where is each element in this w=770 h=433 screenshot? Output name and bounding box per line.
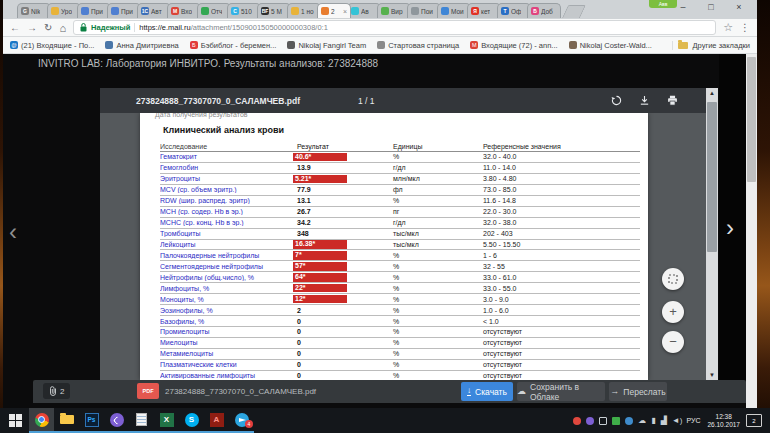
download-icon[interactable] (639, 95, 650, 106)
rotate-icon[interactable] (611, 95, 622, 106)
close-button[interactable]: × (725, 0, 753, 15)
print-icon[interactable] (667, 95, 678, 106)
browser-tab[interactable]: Уро (47, 3, 81, 18)
table-row: Гематокрит40.6*%32.0 - 40.0 (160, 152, 640, 163)
test-units: млн/мкл (393, 175, 483, 182)
taskbar-notepad[interactable] (129, 408, 154, 433)
browser-tab[interactable]: C510 (227, 3, 261, 18)
result-flag: 5.21* (293, 175, 347, 184)
test-name: Моноциты, % (160, 296, 297, 303)
browser-tab[interactable]: Мои (437, 3, 471, 18)
browser-tab[interactable]: TОф (497, 3, 531, 18)
display-icon[interactable] (599, 417, 607, 425)
browser-tab[interactable]: Ав (347, 3, 381, 18)
prev-attachment-chevron[interactable]: ‹ (9, 220, 17, 244)
taskbar-viber[interactable] (104, 408, 129, 433)
browser-tab[interactable]: 2× (317, 3, 351, 18)
other-bookmarks[interactable]: Другие закладки (672, 41, 750, 50)
start-button[interactable] (3, 408, 27, 433)
attachment-action-bar: 2 PDF 273824888_77307070_0_САЛАМЧЕВ.pdf … (33, 380, 746, 403)
results-table-body: Гематокрит40.6*%32.0 - 40.0Гемоглобин13.… (160, 152, 640, 380)
new-tab-button[interactable] (562, 5, 586, 18)
taskbar-explorer[interactable] (54, 408, 79, 433)
test-units: % (393, 318, 483, 325)
browser-tab[interactable]: При (107, 3, 141, 18)
bookmark-item[interactable]: ББэбиблог - беремен... (190, 41, 277, 50)
result-flag: 12* (293, 295, 347, 304)
browser-tab[interactable]: Якет (467, 3, 501, 18)
browser-tab[interactable]: Вир (377, 3, 411, 18)
taskbar-telegram[interactable]: 4 (229, 408, 254, 433)
forward-button[interactable]: → Переслать (609, 382, 667, 401)
browser-tab[interactable]: 1САвт (137, 3, 171, 18)
folder-icon (678, 42, 688, 49)
download-button[interactable]: ↓ Скачать (461, 382, 513, 401)
tab-favicon (51, 7, 59, 15)
pdf-scrollbar[interactable]: ▲ ▼ (706, 88, 718, 380)
page-scrollbar-thumb[interactable] (747, 57, 756, 182)
zoom-in-button[interactable]: + (662, 301, 684, 323)
home-icon[interactable]: ⌂ (59, 23, 66, 33)
browser-tab[interactable]: 1 но (287, 3, 321, 18)
maximize-button[interactable]: □ (697, 0, 725, 15)
volume-icon[interactable]: ◄) (672, 416, 683, 425)
tab-favicon: Б (531, 7, 539, 15)
bookmark-item[interactable]: Nikolaj Fangirl Team (287, 41, 366, 50)
attachment-count-badge[interactable]: 2 (43, 383, 70, 399)
bookmark-star-icon[interactable]: ☆ (723, 22, 733, 33)
browser-tab[interactable]: При (77, 3, 111, 18)
bookmark-item[interactable]: Анна Дмитриевна (105, 41, 178, 50)
mail-agent-icon[interactable] (573, 417, 581, 425)
menu-dots-icon[interactable]: ⋮ (740, 23, 750, 33)
bookmark-item[interactable]: MВходящие (72) - ann... (470, 41, 557, 50)
browser-tab[interactable]: GNik (17, 3, 51, 18)
scroll-down-icon[interactable]: ▼ (706, 370, 718, 380)
table-row: Эритроциты5.21*млн/мкл3.80 - 4.80 (160, 174, 640, 185)
zoom-out-button[interactable]: − (662, 331, 684, 353)
cloud-icon[interactable]: ☁ (638, 416, 646, 425)
action-center-button[interactable]: 2 (746, 414, 762, 427)
test-reference: 3.0 - 9.0 (483, 296, 640, 303)
browser-tab[interactable]: MВхо (167, 3, 201, 18)
chrome-icon (35, 413, 49, 427)
refresh-icon[interactable]: ↻ (44, 23, 52, 33)
tab-label: Nik (31, 8, 40, 15)
test-units: % (393, 328, 483, 335)
url-field[interactable]: Надежный https://e.mail.ru/attachment/15… (73, 20, 716, 35)
taskbar-chrome[interactable] (29, 408, 54, 433)
taskbar-skype[interactable]: S (179, 408, 204, 433)
viber-tray-icon[interactable] (586, 417, 594, 425)
taskbar-acrobat[interactable]: A (204, 408, 229, 433)
minimize-button[interactable]: – (669, 0, 697, 15)
security-icon[interactable] (612, 417, 620, 425)
tab-label: кет (481, 8, 490, 15)
network-icon[interactable]: ▟ (661, 416, 667, 425)
browser-tab[interactable]: Пои (407, 3, 441, 18)
browser-tab[interactable]: BF5 М (257, 3, 291, 18)
tab-close-icon[interactable]: × (343, 8, 347, 15)
taskbar-clock[interactable]: 12:38 26.10.2017 (707, 413, 740, 428)
test-reference: 73.0 - 85.0 (483, 186, 640, 193)
bluetooth-icon[interactable] (625, 417, 633, 425)
test-reference: отсутствуют (483, 372, 640, 379)
scroll-up-icon[interactable]: ▲ (706, 88, 718, 98)
browser-tab[interactable]: Отч (197, 3, 231, 18)
browser-tab[interactable]: БДоб (527, 3, 561, 18)
battery-icon[interactable]: ▮ (651, 416, 655, 425)
pdf-scrollbar-thumb[interactable] (707, 102, 717, 252)
next-attachment-chevron[interactable]: › (726, 216, 734, 240)
language-indicator[interactable]: РУС (686, 417, 700, 424)
fit-page-button[interactable] (662, 268, 684, 290)
back-icon[interactable]: ← (10, 23, 20, 33)
taskbar-photoshop[interactable]: Ps (79, 408, 104, 433)
attachment-filename[interactable]: 273824888_77307070_0_САЛАМЧЕВ.pdf (165, 387, 316, 396)
bookmark-item[interactable]: Nikolaj Coster-Wald... (569, 41, 652, 50)
bookmark-item[interactable]: Стартовая страница (377, 41, 459, 50)
forward-icon[interactable]: → (27, 23, 37, 33)
viber-icon (110, 413, 124, 427)
tab-favicon (441, 7, 449, 15)
taskbar-excel[interactable]: X (154, 408, 179, 433)
page-scrollbar[interactable] (746, 54, 757, 408)
bookmark-item[interactable]: @(21) Входящие - По... (10, 41, 94, 50)
save-to-cloud-button[interactable]: ☁ Сохранить в Облаке (517, 382, 605, 401)
